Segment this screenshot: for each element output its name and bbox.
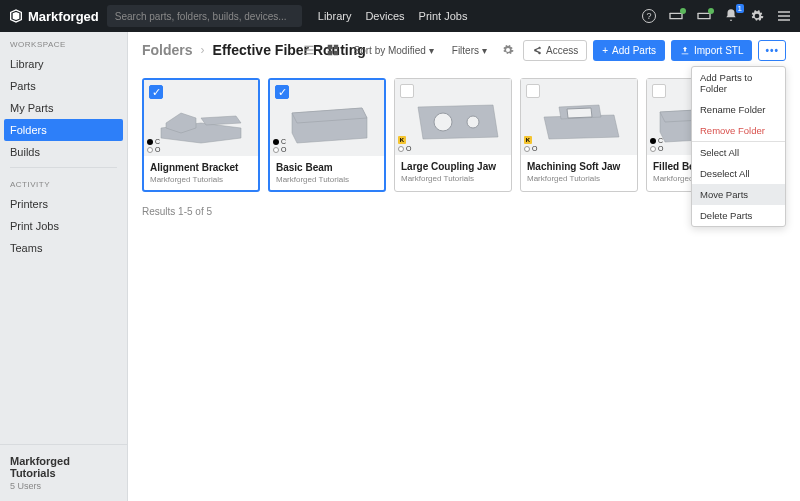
menu-icon[interactable]: [776, 9, 792, 23]
svg-marker-10: [201, 116, 241, 125]
notification-count: 1: [736, 4, 744, 13]
upload-icon: [680, 46, 690, 56]
material-badges: C O: [273, 138, 286, 153]
svg-point-15: [467, 116, 479, 128]
sidebar-section-activity: ACTIVITY: [0, 172, 127, 193]
checkbox-icon[interactable]: [526, 84, 540, 98]
dd-deselect-all[interactable]: Deselect All: [692, 163, 785, 184]
settings-gear-icon[interactable]: [499, 41, 517, 61]
part-title: Basic Beam: [276, 162, 378, 173]
part-thumbnail: K O: [395, 79, 511, 155]
part-card[interactable]: K O Large Coupling Jaw Markforged Tutori…: [394, 78, 512, 192]
topbar: Markforged Search parts, folders, builds…: [0, 0, 800, 32]
material-badges: C O: [650, 137, 663, 152]
top-nav: Library Devices Print Jobs: [318, 10, 468, 22]
sidebar-item-teams[interactable]: Teams: [0, 237, 127, 259]
material-badges: C O: [147, 138, 160, 153]
svg-marker-18: [567, 108, 592, 118]
checkbox-icon[interactable]: ✓: [149, 85, 163, 99]
part-card[interactable]: K O Machining Soft Jaw Markforged Tutori…: [520, 78, 638, 192]
svg-rect-6: [327, 50, 332, 55]
sidebar-item-my-parts[interactable]: My Parts: [0, 97, 127, 119]
svg-rect-5: [333, 44, 338, 49]
status-dot-green: [680, 8, 686, 14]
dd-move-parts[interactable]: Move Parts: [692, 184, 785, 205]
dd-rename-folder[interactable]: Rename Folder: [692, 99, 785, 120]
access-button[interactable]: Access: [523, 40, 587, 61]
logo-icon: [8, 8, 24, 24]
topbar-icons: ? 1: [642, 8, 792, 24]
content: Folders › Effective Fiber Routing Sort b…: [128, 32, 800, 501]
dd-remove-folder[interactable]: Remove Folder: [692, 120, 785, 141]
help-icon[interactable]: ?: [642, 9, 656, 23]
breadcrumb-root[interactable]: Folders: [142, 42, 193, 58]
more-dropdown: Add Parts to Folder Rename Folder Remove…: [691, 66, 786, 227]
sidebar-item-print-jobs[interactable]: Print Jobs: [0, 215, 127, 237]
gear-icon[interactable]: [750, 9, 764, 23]
brand-logo[interactable]: Markforged: [8, 8, 99, 24]
sort-dropdown[interactable]: Sort by Modified▾: [348, 42, 440, 59]
part-owner: Markforged Tutorials: [276, 175, 378, 184]
toolbar: Sort by Modified▾ Filters▾ Access + Add …: [300, 40, 786, 61]
part-title: Alignment Bracket: [150, 162, 252, 173]
svg-rect-3: [699, 14, 710, 18]
notifications-icon[interactable]: 1: [724, 8, 738, 24]
part-card[interactable]: ✓ C O Basic Beam Markforged Tutorials: [268, 78, 386, 192]
part-title: Machining Soft Jaw: [527, 161, 631, 172]
nav-print-jobs[interactable]: Print Jobs: [419, 10, 468, 22]
part-thumbnail: ✓ C O: [144, 80, 258, 156]
chevron-right-icon: ›: [201, 43, 205, 57]
status-dot-green: [708, 8, 714, 14]
sidebar-item-printers[interactable]: Printers: [0, 193, 127, 215]
caret-down-icon: ▾: [482, 45, 487, 56]
dd-delete-parts[interactable]: Delete Parts: [692, 205, 785, 226]
sidebar-footer: Markforged Tutorials 5 Users: [0, 444, 127, 501]
dd-add-parts[interactable]: Add Parts to Folder: [692, 67, 785, 99]
caret-down-icon: ▾: [429, 45, 434, 56]
sidebar-item-library[interactable]: Library: [0, 53, 127, 75]
part-thumbnail: ✓ C O: [270, 80, 384, 156]
search-placeholder: Search parts, folders, builds, devices..…: [115, 11, 287, 22]
more-button[interactable]: •••: [758, 40, 786, 61]
part-owner: Markforged Tutorials: [150, 175, 252, 184]
svg-rect-1: [671, 14, 682, 18]
sidebar-item-parts[interactable]: Parts: [0, 75, 127, 97]
sidebar-item-folders[interactable]: Folders: [4, 119, 123, 141]
svg-rect-4: [327, 44, 332, 49]
dd-select-all[interactable]: Select All: [692, 142, 785, 163]
part-owner: Markforged Tutorials: [527, 174, 631, 183]
workspace-users: 5 Users: [10, 481, 117, 491]
grid-view-icon[interactable]: [324, 41, 342, 61]
sidebar-divider: [10, 167, 117, 168]
part-thumbnail: K O: [521, 79, 637, 155]
filters-dropdown[interactable]: Filters▾: [446, 42, 493, 59]
sidebar-item-builds[interactable]: Builds: [0, 141, 127, 163]
nav-library[interactable]: Library: [318, 10, 352, 22]
part-owner: Markforged Tutorials: [401, 174, 505, 183]
sidebar: WORKSPACE Library Parts My Parts Folders…: [0, 32, 128, 501]
svg-rect-7: [333, 50, 338, 55]
sidebar-section-workspace: WORKSPACE: [0, 32, 127, 53]
list-view-icon[interactable]: [300, 41, 318, 61]
checkbox-icon[interactable]: [652, 84, 666, 98]
search-input[interactable]: Search parts, folders, builds, devices..…: [107, 5, 302, 27]
svg-marker-16: [544, 115, 619, 139]
checkbox-icon[interactable]: ✓: [275, 85, 289, 99]
part-card[interactable]: ✓ C O Alignment Bracket Markforged Tutor…: [142, 78, 260, 192]
printer-status-1[interactable]: [668, 10, 684, 22]
svg-marker-13: [418, 105, 498, 139]
brand-text: Markforged: [28, 9, 99, 24]
nav-devices[interactable]: Devices: [365, 10, 404, 22]
workspace-owner: Markforged Tutorials: [10, 455, 117, 479]
printer-status-2[interactable]: [696, 10, 712, 22]
part-title: Large Coupling Jaw: [401, 161, 505, 172]
material-badges: K O: [524, 136, 537, 152]
import-stl-button[interactable]: Import STL: [671, 40, 752, 61]
svg-point-14: [434, 113, 452, 131]
share-icon: [532, 46, 542, 56]
checkbox-icon[interactable]: [400, 84, 414, 98]
plus-icon: +: [602, 45, 608, 56]
add-parts-button[interactable]: + Add Parts: [593, 40, 665, 61]
material-badges: K O: [398, 136, 411, 152]
